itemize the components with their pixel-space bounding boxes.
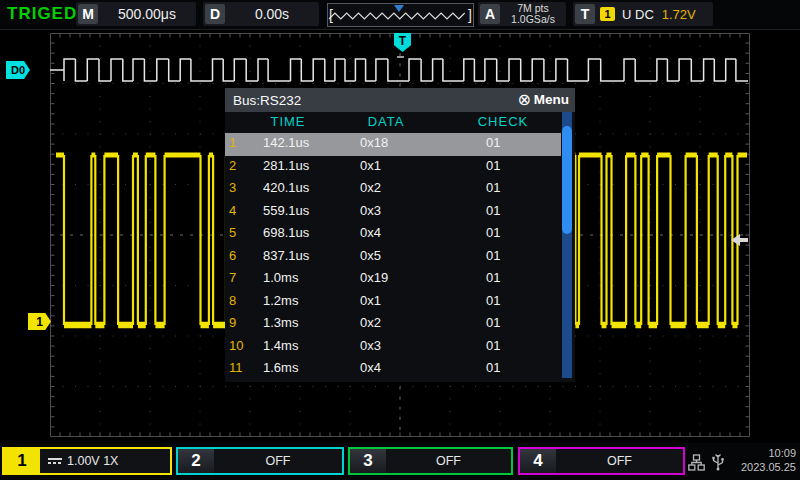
cell-time: 559.1us (263, 203, 309, 218)
acquisition-info: 7M pts 1.0GSa/s (500, 3, 566, 25)
channel-4-setting: OFF (607, 454, 632, 468)
cell-check: 01 (486, 293, 500, 308)
cell-check: 01 (486, 158, 500, 173)
usb-icon (711, 453, 725, 471)
dialog-title: Bus:RS232 (233, 93, 301, 108)
cell-data: 0x2 (360, 315, 381, 330)
channel-2-number: 2 (178, 449, 214, 473)
cell-check: 01 (486, 270, 500, 285)
trigger-position-tick (397, 56, 404, 58)
bus-table-row[interactable]: 2281.1us0x101 (225, 156, 561, 179)
clock: 10:09 2023.05.25 (741, 446, 796, 474)
cell-time: 698.1us (263, 225, 309, 240)
column-header-data: DATA (351, 114, 421, 129)
time-display: 10:09 (768, 447, 796, 459)
timebase-value: 500.00μs (98, 6, 196, 22)
cell-check: 01 (486, 338, 500, 353)
column-header-time: TIME (253, 114, 323, 129)
channel-status-bar: 11.00V 1X2OFF3OFF4OFF 10:09 2023.05.25 (0, 443, 800, 480)
cell-data: 0x2 (360, 180, 381, 195)
sample-rate: 1.0GSa/s (511, 13, 555, 25)
channel-1-label: 1.00V 1X (40, 449, 170, 473)
delay-badge: D (205, 4, 225, 24)
trigger-level-arrow[interactable] (731, 233, 749, 247)
row-number: 6 (229, 248, 236, 263)
scrollbar-track[interactable] (562, 112, 572, 378)
scrollbar-thumb[interactable] (562, 126, 572, 234)
channel-2-setting: OFF (266, 454, 291, 468)
preview-right-bracket: ] (468, 7, 472, 23)
cell-check: 01 (486, 360, 500, 375)
table-column-headers: TIMEDATACHECK (225, 112, 575, 133)
row-number: 10 (229, 338, 243, 353)
cell-time: 420.1us (263, 180, 309, 195)
bus-decode-dialog: Bus:RS232 ⊗ Menu TIMEDATACHECK 1142.1us0… (225, 88, 575, 382)
cell-data: 0x3 (360, 203, 381, 218)
close-icon[interactable]: ⊗ (518, 91, 531, 109)
menu-button[interactable]: Menu (534, 92, 569, 107)
cell-check: 01 (486, 248, 500, 263)
channel-4-box[interactable]: 4OFF (518, 447, 685, 475)
cell-data: 0x4 (360, 225, 381, 240)
acquisition-control[interactable]: A 7M pts 1.0GSa/s (478, 2, 566, 26)
digital-channel-d0-marker[interactable]: D0 (6, 61, 30, 79)
cell-data: 0x1 (360, 158, 381, 173)
cell-time: 1.0ms (263, 270, 298, 285)
cell-time: 281.1us (263, 158, 309, 173)
waveform-preview-strip[interactable]: [ ] (327, 3, 474, 27)
row-number: 7 (229, 270, 236, 285)
cell-time: 142.1us (263, 135, 309, 150)
channel-3-setting: OFF (436, 454, 461, 468)
channel-1-box[interactable]: 11.00V 1X (2, 447, 172, 475)
channel1-ground-marker[interactable]: 1 (28, 313, 51, 330)
system-status-icons (688, 452, 730, 472)
bus-table-row[interactable]: 91.3ms0x201 (225, 313, 561, 336)
bus-event-table: 1142.1us0x18012281.1us0x1013420.1us0x201… (225, 133, 561, 381)
row-number: 3 (229, 180, 236, 195)
channel-3-label: OFF (386, 449, 511, 473)
date-display: 2023.05.25 (741, 461, 796, 473)
bus-table-row[interactable]: 1142.1us0x1801 (225, 133, 561, 156)
trigger-position-icon[interactable]: T (394, 33, 411, 52)
bus-table-row[interactable]: 71.0ms0x1901 (225, 268, 561, 291)
trigger-status: TRIGED (7, 4, 77, 24)
cell-check: 01 (486, 180, 500, 195)
cell-data: 0x3 (360, 338, 381, 353)
cell-time: 1.6ms (263, 360, 298, 375)
column-header-check: CHECK (468, 114, 538, 129)
bus-table-row[interactable]: 6837.1us0x501 (225, 246, 561, 269)
bus-table-row[interactable]: 5698.1us0x401 (225, 223, 561, 246)
cell-check: 01 (486, 203, 500, 218)
cell-check: 01 (486, 135, 500, 150)
channel-2-label: OFF (214, 449, 342, 473)
channel-2-box[interactable]: 2OFF (176, 447, 344, 475)
bus-table-row[interactable]: 81.2ms0x101 (225, 291, 561, 314)
dialog-header[interactable]: Bus:RS232 ⊗ Menu (225, 88, 575, 112)
bus-table-row[interactable]: 101.4ms0x301 (225, 336, 561, 359)
cell-data: 0x19 (360, 270, 388, 285)
trigger-control[interactable]: T 1 U DC 1.72V (573, 2, 713, 26)
preview-trigger-position-icon[interactable] (394, 5, 404, 12)
cell-check: 01 (486, 315, 500, 330)
bus-table-row[interactable]: 4559.1us0x301 (225, 201, 561, 224)
delay-control[interactable]: D 0.00s (203, 2, 319, 26)
timebase-control[interactable]: M 500.00μs (76, 2, 196, 26)
timebase-badge: M (78, 4, 98, 24)
channel-3-number: 3 (350, 449, 386, 473)
acquire-badge: A (480, 4, 500, 24)
cell-data: 0x4 (360, 360, 381, 375)
cell-data: 0x1 (360, 293, 381, 308)
trigger-position-marker[interactable]: T (394, 33, 411, 53)
row-number: 8 (229, 293, 236, 308)
row-number: 11 (229, 360, 243, 375)
cell-time: 1.4ms (263, 338, 298, 353)
bus-table-row[interactable]: 111.6ms0x401 (225, 358, 561, 381)
cell-check: 01 (486, 225, 500, 240)
row-number: 2 (229, 158, 236, 173)
trigger-source-channel: 1 (600, 7, 615, 21)
cell-data: 0x18 (360, 135, 388, 150)
channel-4-number: 4 (520, 449, 556, 473)
channel-3-box[interactable]: 3OFF (348, 447, 513, 475)
bus-table-row[interactable]: 3420.1us0x201 (225, 178, 561, 201)
row-number: 4 (229, 203, 236, 218)
